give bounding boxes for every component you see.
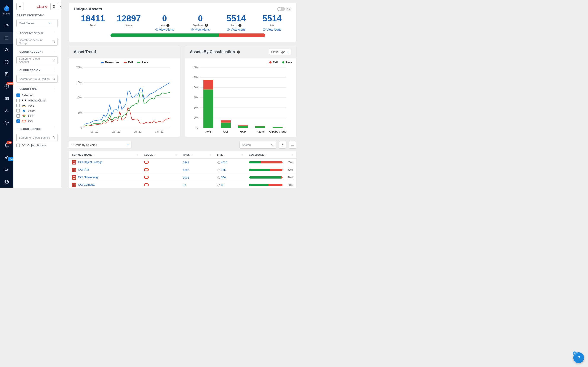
search-icon: [52, 40, 55, 43]
services-table: SERVICE NAME↓↑≡CLOUD↓↑≡PASS↓↑≡FAIL↓≡COVE…: [69, 151, 296, 188]
view-alerts-link[interactable]: View Alerts: [147, 28, 182, 31]
svg-text:25k: 25k: [194, 116, 198, 119]
save-filter-button[interactable]: [50, 3, 58, 10]
nav-settings[interactable]: [0, 117, 13, 129]
nav-scan[interactable]: [0, 164, 13, 176]
kebab-icon[interactable]: ⋮: [52, 68, 58, 73]
kebab-icon[interactable]: ⋮: [52, 87, 58, 91]
trend-legend: Resources Fail Pass: [73, 61, 176, 64]
svg-rect-21: [22, 120, 26, 122]
nav-notifications[interactable]: 108: [0, 140, 13, 151]
nav-dashboard[interactable]: [0, 20, 13, 32]
svg-point-0: [5, 49, 8, 51]
kebab-icon[interactable]: ⋮: [52, 127, 58, 132]
metric-medium: 0MediumiView Alerts: [182, 14, 218, 31]
cloud-service-search[interactable]: Search for Cloud Service: [17, 134, 58, 142]
fail-link[interactable]: 366: [221, 176, 226, 179]
coverage-cell: 62%: [249, 168, 293, 171]
nav-policies[interactable]: [0, 68, 13, 80]
svg-text:Azure: Azure: [257, 130, 264, 133]
svg-text:150k: 150k: [192, 66, 198, 69]
nav-containers[interactable]: [0, 92, 13, 104]
nav-key[interactable]: [0, 151, 13, 164]
cloud-service-item[interactable]: OCI Object Storage: [17, 143, 58, 147]
group-by-select[interactable]: 1 Group By Selected: [69, 141, 131, 149]
view-alerts-link[interactable]: View Alerts: [254, 28, 290, 31]
collapse-sidebar-button[interactable]: [57, 3, 61, 10]
svg-rect-9: [5, 169, 8, 170]
svg-text:Jul '19: Jul '19: [91, 130, 98, 133]
table-header[interactable]: CLOUD↓↑≡: [141, 151, 180, 159]
nav-alerts[interactable]: 9999+: [0, 80, 13, 92]
table-header[interactable]: FAIL↓≡: [214, 151, 246, 159]
search-icon: [271, 143, 274, 146]
cloud-type-item[interactable]: awsAWS: [17, 104, 58, 107]
fail-link[interactable]: 745: [221, 168, 226, 171]
nav-investigate[interactable]: [0, 44, 13, 56]
clear-all-button[interactable]: Clear All: [36, 5, 49, 8]
svg-text:AWS: AWS: [205, 130, 211, 133]
pass-link[interactable]: 2344: [183, 161, 189, 164]
kebab-icon[interactable]: ⋮: [52, 50, 58, 54]
metric-fail: 5514FailView Alerts: [254, 14, 290, 31]
info-icon: i: [166, 24, 170, 27]
fail-link[interactable]: 4318: [221, 161, 227, 164]
cloud-type-item[interactable]: Alibaba Cloud: [17, 99, 58, 102]
nav-compliance[interactable]: [0, 56, 13, 68]
account-group-search[interactable]: Search for Account Group: [17, 38, 58, 46]
drag-handle-icon: ⠿: [17, 50, 18, 54]
svg-rect-55: [203, 90, 213, 128]
view-alerts-link[interactable]: View Alerts: [182, 28, 218, 31]
svg-rect-68: [273, 127, 283, 127]
service-icon: [72, 168, 76, 172]
cloud-account-search[interactable]: Search for Cloud Account: [17, 56, 58, 64]
classification-chart: 025k50k75k100k125k150kAWSOCIGCPAzureAlib…: [189, 65, 288, 134]
kebab-icon[interactable]: ⋮: [52, 31, 58, 36]
service-link[interactable]: OCI Compute: [78, 183, 95, 186]
cloud-region-search[interactable]: Search for Cloud Region: [17, 75, 58, 83]
table-header[interactable]: PASS↓↑≡: [180, 151, 214, 159]
nav-inventory[interactable]: [0, 32, 13, 44]
table-search[interactable]: Search: [240, 141, 276, 149]
nav-network[interactable]: [0, 104, 13, 117]
fail-link[interactable]: 38: [221, 183, 224, 186]
pass-link[interactable]: 1207: [183, 168, 189, 172]
service-link[interactable]: OCI Networking: [78, 175, 98, 179]
service-icon: [72, 175, 76, 180]
svg-point-8: [5, 157, 7, 159]
unique-assets-card: Unique Assets % 18411Total12897Pass0Lowi…: [69, 3, 296, 42]
pass-link[interactable]: 9032: [183, 176, 189, 179]
metric-low: 0LowiView Alerts: [147, 14, 182, 31]
pass-link[interactable]: 53: [183, 184, 186, 187]
cloud-type-item[interactable]: ✓OCI: [17, 119, 58, 123]
add-filter-button[interactable]: +: [17, 3, 24, 10]
svg-text:aws: aws: [22, 104, 25, 106]
svg-rect-62: [238, 125, 248, 125]
main-content: Unique Assets % 18411Total12897Pass0Lowi…: [61, 0, 300, 188]
info-icon: i: [238, 24, 242, 27]
view-toggle-button[interactable]: [289, 141, 296, 149]
inventory-select[interactable]: Most Recent: [17, 19, 58, 27]
cloud-type-select-all[interactable]: Select All: [17, 93, 58, 97]
svg-text:100k: 100k: [76, 96, 82, 99]
table-header[interactable]: COVERAGE↓↑≡: [246, 151, 296, 159]
svg-point-70: [271, 144, 273, 145]
service-link[interactable]: OCI IAM: [78, 168, 89, 171]
metric-total: 18411Total: [75, 14, 111, 31]
download-button[interactable]: [279, 141, 286, 149]
nav-profile[interactable]: [0, 176, 13, 188]
asset-trend-chart: 050k100k150k200kJul '19Jan '20Jul '20Jan…: [73, 65, 172, 134]
view-alerts-link[interactable]: View Alerts: [218, 28, 254, 31]
svg-text:Jan '21: Jan '21: [155, 130, 164, 133]
cloud-type-item[interactable]: GCP: [17, 114, 58, 118]
svg-rect-67: [273, 127, 283, 128]
cloud-type-item[interactable]: Azure: [17, 109, 58, 112]
asset-inventory-title: ASSET INVENTORY: [17, 14, 58, 17]
table-header[interactable]: SERVICE NAME↓↑≡: [69, 151, 141, 159]
classification-select[interactable]: Cloud Type: [269, 49, 291, 55]
svg-text:200k: 200k: [76, 66, 82, 69]
search-icon: [52, 136, 55, 139]
service-icon: [72, 183, 76, 187]
pct-toggle[interactable]: [277, 7, 285, 11]
service-link[interactable]: OCI Object Storage: [78, 160, 103, 164]
